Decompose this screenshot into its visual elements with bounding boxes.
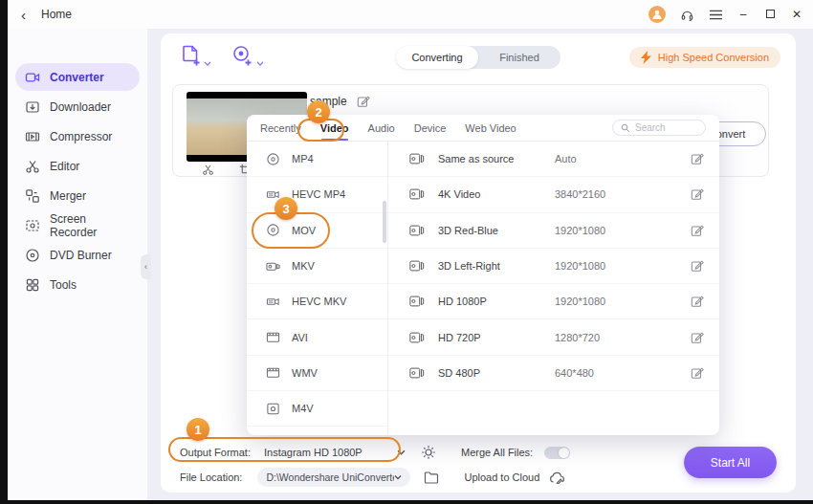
sidebar-item-downloader[interactable]: Downloader (15, 93, 140, 121)
format-label: MP4 (292, 153, 314, 164)
preset-same-as-source[interactable]: Same as source Auto (388, 142, 719, 177)
merger-icon (25, 188, 40, 204)
chevron-down-icon (397, 449, 406, 455)
video-cam-icon (409, 259, 425, 273)
support-headset-icon[interactable] (679, 7, 694, 22)
format-list-scrollbar[interactable] (383, 201, 386, 243)
open-folder-icon[interactable] (424, 471, 439, 484)
video-cam-icon (409, 295, 425, 308)
user-avatar[interactable] (648, 6, 666, 23)
disc-format-icon (266, 223, 280, 237)
add-toolbar (182, 45, 264, 66)
sidebar-item-editor[interactable]: Editor (15, 152, 140, 180)
tab-audio[interactable]: Audio (368, 122, 395, 134)
sidebar-item-tools[interactable]: Tools (15, 271, 140, 298)
scissors-icon (25, 159, 40, 174)
disc-icon (25, 248, 40, 263)
tab-finished[interactable]: Finished (478, 46, 560, 69)
tab-recently[interactable]: Recently (260, 122, 301, 134)
format-item-mkv[interactable]: MKV (247, 249, 387, 284)
titlebar: ‹ Home – ✕ (8, 0, 813, 29)
chevron-down-icon (204, 61, 211, 66)
tab-video[interactable]: Video (320, 122, 349, 134)
tab-converting[interactable]: Converting (396, 46, 478, 69)
sidebar-item-label: Converter (50, 71, 104, 84)
merge-all-files-toggle[interactable] (544, 447, 570, 459)
format-item-mp4[interactable]: MP4 (247, 142, 387, 177)
format-label: M4V (292, 403, 314, 414)
merge-all-files-label: Merge All Files: (461, 447, 533, 458)
preset-3d-red-blue[interactable]: 3D Red-Blue 1920*1080 (388, 213, 719, 249)
start-all-button[interactable]: Start All (684, 447, 777, 478)
film-format-icon (266, 330, 280, 344)
edit-preset-icon[interactable] (691, 331, 704, 344)
format-item-hevc-mp4[interactable]: HEVC MP4 (247, 177, 387, 212)
sidebar-item-label: Screen Recorder (50, 212, 130, 239)
format-item-m4v[interactable]: M4V (247, 391, 387, 427)
back-button[interactable]: ‹ (21, 8, 26, 22)
minimize-button[interactable]: – (736, 8, 750, 21)
edit-preset-icon[interactable] (691, 187, 704, 201)
edit-preset-icon[interactable] (691, 259, 704, 273)
add-file-button[interactable] (182, 45, 211, 66)
edit-preset-icon[interactable] (691, 152, 704, 165)
preset-name: Same as source (438, 153, 555, 164)
edit-preset-icon[interactable] (691, 295, 704, 308)
chevron-down-icon (394, 474, 402, 480)
sidebar-item-converter[interactable]: Converter (15, 63, 140, 91)
output-format-value: Instagram HD 1080P (264, 447, 363, 458)
sidebar-collapse-handle[interactable]: ‹ (141, 254, 151, 279)
disc-format-icon (266, 152, 280, 166)
video-cam-icon (266, 259, 280, 274)
video-cam-icon (409, 187, 425, 201)
preset-hd-1080p[interactable]: HD 1080P 1920*1080 (388, 284, 719, 319)
sidebar-item-screen-recorder[interactable]: Screen Recorder (15, 211, 140, 239)
rename-edit-icon[interactable] (357, 95, 370, 108)
file-location-select[interactable]: D:\Wondershare UniConverter 1 (257, 468, 410, 487)
preset-name: HD 1080P (438, 296, 555, 307)
m4v-format-icon (266, 402, 280, 416)
search-input[interactable] (635, 122, 694, 133)
high-speed-label: High Speed Conversion (658, 52, 769, 63)
preset-sd-480p[interactable]: SD 480P 640*480 (388, 356, 719, 391)
menu-hamburger-icon[interactable] (708, 7, 723, 22)
settings-gear-icon[interactable] (421, 445, 436, 460)
preset-resolution: 3840*2160 (555, 188, 605, 200)
annotation-step-1-badge: 1 (187, 418, 209, 441)
main-area: Converting Finished High Speed Conversio… (148, 29, 813, 500)
format-item-mov[interactable]: MOV (247, 213, 387, 249)
output-format-select[interactable]: Instagram HD 1080P (264, 447, 406, 458)
annotation-step-2-badge: 2 (307, 100, 330, 123)
preset-resolution: 1920*1080 (555, 225, 605, 236)
edit-preset-icon[interactable] (691, 224, 704, 237)
sidebar-item-dvd-burner[interactable]: DVD Burner (15, 241, 140, 269)
sidebar-item-label: Tools (50, 278, 77, 292)
format-item-avi[interactable]: AVI (247, 319, 387, 355)
video-cam-icon (409, 331, 425, 344)
format-item-wmv[interactable]: WMV (247, 356, 387, 391)
sidebar-item-compressor[interactable]: Compressor (15, 122, 140, 150)
video-cam-icon (409, 152, 425, 165)
maximize-button[interactable] (763, 8, 777, 21)
format-item-hevc-mkv[interactable]: HEVC MKV (247, 284, 387, 319)
format-label: HEVC MP4 (292, 188, 345, 200)
preset-hd-720p[interactable]: HD 720P 1280*720 (388, 319, 719, 355)
home-label[interactable]: Home (41, 8, 72, 21)
preset-4k-video[interactable]: 4K Video 3840*2160 (388, 177, 719, 212)
preset-resolution: 1920*1080 (555, 296, 605, 307)
high-speed-conversion-badge[interactable]: High Speed Conversion (629, 47, 780, 68)
upload-cloud-icon[interactable] (549, 471, 566, 484)
tab-web-video[interactable]: Web Video (465, 122, 516, 134)
sidebar-item-merger[interactable]: Merger (15, 182, 140, 209)
tab-device[interactable]: Device (414, 122, 447, 134)
edit-preset-icon[interactable] (691, 366, 704, 380)
preset-3d-left-right[interactable]: 3D Left-Right 1920*1080 (388, 249, 719, 284)
search-icon (621, 123, 630, 133)
close-button[interactable]: ✕ (790, 8, 803, 21)
format-select-dropdown: Recently Video Audio Device Web Video MP… (247, 115, 719, 435)
add-from-device-button[interactable] (232, 45, 264, 66)
video-cam-icon (409, 366, 425, 380)
file-location-row: File Location: D:\Wondershare UniConvert… (180, 467, 566, 488)
trim-scissors-icon[interactable] (202, 164, 214, 176)
format-search[interactable] (612, 120, 706, 136)
